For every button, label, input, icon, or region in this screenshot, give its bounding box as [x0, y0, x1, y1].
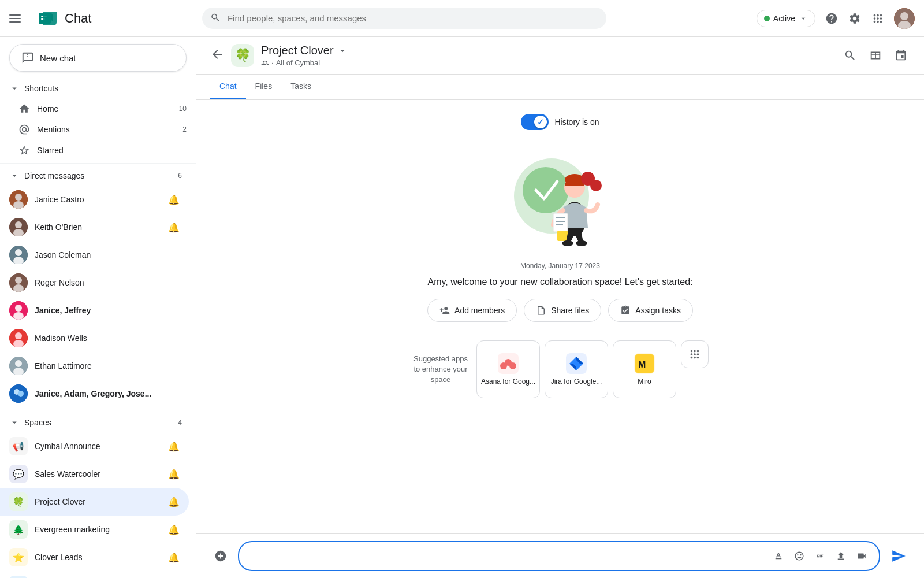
welcome-illustration: [502, 144, 618, 248]
clover-leads-space-icon: ⭐: [9, 548, 28, 566]
sidebar-item-mentions[interactable]: Mentions 2: [0, 119, 196, 140]
evergreen-label: Evergreen marketing: [35, 525, 161, 534]
emoji-icon[interactable]: [791, 548, 807, 564]
shortcuts-header[interactable]: Shortcuts: [0, 79, 196, 98]
apps-icon[interactable]: [892, 46, 910, 65]
svg-point-23: [15, 332, 22, 339]
mentions-label: Mentions: [37, 125, 176, 134]
assign-tasks-button[interactable]: Assign tasks: [608, 299, 693, 322]
new-chat-icon: [21, 51, 34, 64]
dm-item-group[interactable]: Janice, Adam, Gregory, Jose...: [0, 380, 189, 407]
app-title: Chat: [65, 11, 91, 26]
history-toggle-switch[interactable]: ✓: [521, 114, 549, 130]
svg-point-37: [590, 180, 602, 191]
dm-item-madison[interactable]: Madison Wells: [0, 324, 189, 352]
mentions-icon: [18, 124, 30, 135]
evergreen-bell-icon: 🔔: [168, 524, 180, 535]
history-toggle[interactable]: ✓ History is on: [521, 114, 599, 130]
chat-messages-area: ✓ History is on: [196, 100, 924, 533]
svg-text:M: M: [638, 360, 646, 369]
space-item-clover-leads[interactable]: ⭐ Clover Leads 🔔: [0, 543, 189, 571]
spaces-header[interactable]: Spaces 4: [0, 413, 196, 432]
dm-header[interactable]: Direct messages 6: [0, 166, 196, 186]
apps-grid-icon[interactable]: [871, 12, 885, 25]
space-item-evergreen[interactable]: 🌲 Evergreen marketing 🔔: [0, 516, 189, 543]
ethan-avatar: [9, 357, 28, 375]
search-bar[interactable]: [202, 8, 606, 29]
share-files-button[interactable]: Share files: [524, 299, 601, 322]
svg-point-17: [15, 277, 22, 284]
send-button[interactable]: [887, 544, 910, 568]
hamburger-menu[interactable]: [9, 12, 23, 25]
space-item-cymbal[interactable]: 📢 Cymbal Announce 🔔: [0, 432, 189, 460]
dm-item-jason[interactable]: Jason Coleman: [0, 241, 189, 269]
settings-icon[interactable]: [848, 12, 862, 25]
space-item-clover[interactable]: 🍀 Project Clover 🔔: [0, 488, 189, 516]
search-input[interactable]: [202, 8, 606, 29]
sidebar-item-home[interactable]: Home 10: [0, 98, 196, 119]
add-members-icon: [439, 305, 450, 316]
add-members-button[interactable]: Add members: [427, 299, 517, 322]
help-icon[interactable]: [825, 12, 839, 25]
chevron-down-dm-icon: [9, 171, 20, 181]
tab-tasks[interactable]: Tasks: [281, 75, 321, 99]
asana-app-name: Asana for Goog...: [481, 377, 535, 386]
jira-app-card[interactable]: Jira for Google...: [545, 340, 608, 398]
format-text-icon[interactable]: [770, 548, 787, 564]
add-content-button[interactable]: [210, 546, 231, 566]
status-badge[interactable]: Active: [757, 10, 815, 27]
miro-app-card[interactable]: M Miro: [613, 340, 676, 398]
dm-item-roger[interactable]: Roger Nelson: [0, 269, 189, 297]
back-button[interactable]: [210, 47, 224, 64]
dm-section-label: Direct messages: [9, 171, 84, 181]
sales-bell-icon: 🔔: [168, 469, 180, 480]
jira-app-name: Jira for Google...: [551, 377, 602, 386]
add-icon: [214, 550, 227, 562]
space-subtitle-text: ·: [271, 58, 274, 67]
sales-space-icon: 💬: [9, 465, 28, 483]
space-item-sales[interactable]: 💬 Sales Watercooler 🔔: [0, 460, 189, 488]
dm-count: 6: [178, 172, 187, 180]
dm-item-janice[interactable]: Janice Castro 🔔: [0, 186, 189, 213]
janice-bell-icon: 🔔: [168, 194, 180, 205]
miro-logo-icon: M: [634, 353, 655, 374]
asana-app-card[interactable]: Asana for Goog...: [476, 340, 540, 398]
svg-point-8: [15, 194, 22, 201]
welcome-text: Amy, welcome to your new collaboration s…: [329, 277, 791, 287]
svg-point-5: [900, 12, 908, 20]
tab-chat[interactable]: Chat: [210, 75, 246, 99]
dm-item-keith[interactable]: Keith O'Brien 🔔: [0, 213, 189, 241]
video-icon[interactable]: [854, 548, 870, 564]
message-input[interactable]: [248, 551, 770, 561]
tab-files[interactable]: Files: [246, 75, 282, 99]
more-apps-button[interactable]: [681, 340, 709, 368]
clover-bell-icon: 🔔: [168, 497, 180, 507]
message-input-wrapper: [238, 541, 880, 571]
gif-icon[interactable]: [812, 548, 828, 564]
space-name[interactable]: Project Clover: [261, 44, 841, 57]
new-chat-label: New chat: [40, 53, 76, 63]
cymbal-space-icon: 📢: [9, 437, 28, 455]
madison-label: Madison Wells: [35, 334, 180, 343]
chat-date: Monday, January 17 2023: [329, 262, 791, 270]
miro-app-name: Miro: [638, 377, 651, 386]
content-area: 🍀 Project Clover · All of Cymbal: [196, 37, 924, 578]
google-chat-icon: [39, 8, 60, 29]
home-count: 10: [179, 105, 187, 113]
clover-leads-label: Clover Leads: [35, 553, 161, 562]
search-chat-icon[interactable]: [841, 46, 859, 65]
roger-label: Roger Nelson: [35, 278, 180, 287]
dm-item-ethan[interactable]: Ethan Lattimore: [0, 352, 189, 380]
svg-point-44: [576, 240, 587, 246]
layout-icon[interactable]: [866, 46, 885, 65]
evergreen-space-icon: 🌲: [9, 520, 28, 539]
space-item-global[interactable]: 🌐 Global Sales: [0, 571, 189, 578]
dm-item-jeffrey[interactable]: Janice, Jeffrey: [0, 297, 189, 324]
svg-point-20: [15, 305, 22, 312]
sidebar-item-starred[interactable]: Starred: [0, 140, 196, 161]
shortcuts-section-label: Shortcuts: [9, 83, 58, 94]
user-avatar[interactable]: [894, 8, 915, 29]
keith-avatar: [9, 218, 28, 236]
new-chat-button[interactable]: New chat: [9, 44, 187, 72]
upload-icon[interactable]: [833, 548, 849, 564]
